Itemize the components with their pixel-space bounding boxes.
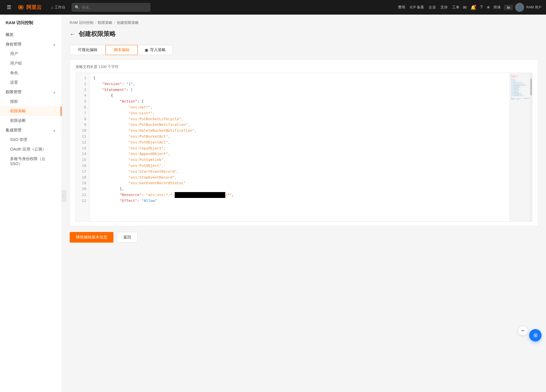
- nav-ticket-link[interactable]: 工单: [452, 5, 459, 10]
- nav-links: 费用 ICP 备案 企业 支持 工单: [398, 5, 459, 10]
- edit-float-button[interactable]: ✏: [518, 326, 528, 336]
- back-action-button[interactable]: 返回: [117, 232, 138, 243]
- nav-enterprise-link[interactable]: 企业: [429, 5, 436, 10]
- code-line-6: "oss:Get*",: [93, 104, 506, 110]
- apps-icon-button[interactable]: ✳: [486, 5, 490, 10]
- sidebar-item-usergroups[interactable]: 用户组: [0, 59, 62, 68]
- notification-icon-button[interactable]: 🔔: [470, 5, 476, 10]
- top-nav: ☰ 阿里云 ⌂ 工作台 🔍 费用 ICP 备案 企业 支持 工单 ✉ 🔔 ? ✳…: [0, 0, 546, 15]
- scrollbar-thumb[interactable]: [530, 79, 532, 95]
- home-icon: ⌂: [51, 5, 53, 10]
- breadcrumb: RAM 访问控制 / 权限策略 / 创建权限策略: [70, 20, 538, 25]
- main-content: RAM 访问控制 / 权限策略 / 创建权限策略 ← 创建权限策略 可视化编辑 …: [62, 15, 546, 392]
- search-input[interactable]: [82, 5, 147, 10]
- logo-text: 阿里云: [26, 4, 42, 11]
- minimap: { "Version": "1", "Statement": [ { "Acti…: [509, 73, 532, 221]
- aliyun-logo-icon: [17, 4, 25, 10]
- search-box[interactable]: 🔍: [72, 3, 150, 12]
- import-icon: ▣: [145, 48, 148, 52]
- line-numbers: 12345678910111213141516171819202122: [76, 73, 90, 221]
- footer-actions: 继续编辑基本信息 返回: [70, 232, 538, 243]
- sidebar-item-sso[interactable]: SSO 管理: [0, 135, 62, 145]
- scrollbar-track[interactable]: [530, 73, 532, 221]
- tab-visual-edit[interactable]: 可视化编辑: [70, 45, 106, 55]
- code-line-22: "Effect": "Allow": [93, 198, 506, 204]
- code-line-14: "oss:AppendObject",: [93, 151, 506, 157]
- code-line-5: "Action": [: [93, 99, 506, 104]
- help-icon-button[interactable]: ?: [480, 5, 483, 10]
- page-header: ← 创建权限策略: [70, 30, 538, 38]
- user-menu[interactable]: Ie 👤 RAM 用户: [504, 3, 542, 12]
- sidebar-section-integration[interactable]: 集成管理 ▲: [0, 126, 62, 135]
- code-editor[interactable]: 12345678910111213141516171819202122 { "V…: [76, 73, 532, 222]
- nav-support-link[interactable]: 支持: [440, 5, 448, 10]
- code-line-18: "oss:StopEventRecord",: [93, 175, 506, 181]
- sidebar-item-overview[interactable]: 概览: [0, 30, 62, 40]
- tab-import-policy[interactable]: ▣ 导入策略: [138, 45, 173, 55]
- nav-icons: ✉ 🔔 ? ✳: [463, 5, 490, 10]
- sidebar-item-diagnosis[interactable]: 权限诊断: [0, 116, 62, 126]
- tab-script-edit[interactable]: 脚本编辑: [106, 45, 138, 55]
- sidebar: RAM 访问控制 概览 身份管理 ▲ 用户 用户组 角色 设置 权限管理 ▲ 授…: [0, 15, 62, 392]
- code-line-20: ],: [93, 186, 506, 192]
- code-line-7: "oss:List*",: [93, 110, 506, 116]
- tab-bar: 可视化编辑 脚本编辑 ▣ 导入策略: [70, 45, 538, 55]
- policy-card: 策略文档长度 1100 个字符 123456789101112131415161…: [70, 60, 538, 226]
- message-icon-button[interactable]: ✉: [463, 5, 467, 10]
- code-line-8: "oss:PutBucketLifecycle",: [93, 116, 506, 122]
- back-button[interactable]: ←: [70, 31, 75, 37]
- identity-section-label: 身份管理: [6, 42, 21, 47]
- sidebar-toggle[interactable]: ‹: [62, 190, 66, 202]
- workbench-label: 工作台: [54, 5, 65, 10]
- code-line-19: "oss:GetEventRecordStatus": [93, 180, 506, 186]
- chevron-up-icon-2: ▲: [53, 90, 56, 94]
- code-line-11: "oss:PutBucketAcl",: [93, 134, 506, 140]
- permissions-section-label: 权限管理: [6, 90, 21, 95]
- code-line-13: "oss:CopyObject",: [93, 145, 506, 151]
- grid-float-button[interactable]: ⊞: [529, 329, 542, 341]
- sidebar-item-policy[interactable]: 权限策略: [0, 106, 62, 116]
- code-line-16: "oss:PutObject",: [93, 163, 506, 169]
- search-icon: 🔍: [75, 5, 79, 10]
- chevron-up-icon: ▲: [53, 43, 56, 46]
- hamburger-button[interactable]: ☰: [4, 3, 13, 12]
- code-line-12: "oss:PutObjectAcl",: [93, 140, 506, 145]
- code-line-1: {: [93, 75, 506, 81]
- import-label: 导入策略: [150, 47, 166, 53]
- user-avatar: 👤: [515, 3, 524, 12]
- code-line-9: "oss:PutBucketNotification",: [93, 122, 506, 128]
- breadcrumb-current: 创建权限策略: [117, 20, 139, 25]
- policy-length-label: 策略文档长度 1100 个字符: [76, 64, 532, 69]
- breadcrumb-ram[interactable]: RAM 访问控制: [70, 20, 94, 25]
- minimap-line-22: "Effect": "Allow": [511, 99, 531, 100]
- code-line-10: "oss:DeleteBucketNotification",: [93, 128, 506, 134]
- sidebar-item-cloud-sso[interactable]: 多账号身份权限（云 SSO）: [0, 154, 62, 169]
- sidebar-item-oauth[interactable]: OAuth 应用（公测）: [0, 145, 62, 154]
- notification-dot: [474, 5, 476, 7]
- sidebar-title: RAM 访问控制: [0, 20, 62, 30]
- integration-section-label: 集成管理: [6, 128, 21, 133]
- sidebar-item-users[interactable]: 用户: [0, 49, 62, 59]
- breadcrumb-sep-1: /: [95, 21, 96, 25]
- code-line-2: "Version": "1",: [93, 81, 506, 87]
- sidebar-item-settings[interactable]: 设置: [0, 78, 62, 87]
- code-line-4: {: [93, 93, 506, 99]
- nav-fee-link[interactable]: 费用: [398, 5, 405, 10]
- code-line-21: "Resource": "acs:oss:*:*: /*",: [93, 192, 506, 198]
- layout: RAM 访问控制 概览 身份管理 ▲ 用户 用户组 角色 设置 权限管理 ▲ 授…: [0, 15, 546, 392]
- sidebar-item-roles[interactable]: 角色: [0, 68, 62, 78]
- code-line-15: "oss:PutSymlink",: [93, 157, 506, 163]
- breadcrumb-sep-2: /: [114, 21, 115, 25]
- sidebar-section-permissions[interactable]: 权限管理 ▲: [0, 87, 62, 97]
- sidebar-item-authorization[interactable]: 授权: [0, 97, 62, 106]
- code-content[interactable]: { "Version": "1", "Statement": [ { "Acti…: [90, 73, 509, 221]
- page-title: 创建权限策略: [79, 30, 116, 38]
- sidebar-section-identity[interactable]: 身份管理 ▲: [0, 40, 62, 49]
- user-name-display: Ie: [504, 5, 513, 10]
- workbench-link[interactable]: ⌂ 工作台: [48, 4, 68, 11]
- nav-icp-link[interactable]: ICP 备案: [410, 5, 424, 10]
- continue-edit-button[interactable]: 继续编辑基本信息: [70, 232, 113, 243]
- breadcrumb-policy[interactable]: 权限策略: [98, 20, 112, 25]
- logo: 阿里云: [17, 4, 45, 11]
- lang-switcher[interactable]: 简体: [493, 5, 501, 10]
